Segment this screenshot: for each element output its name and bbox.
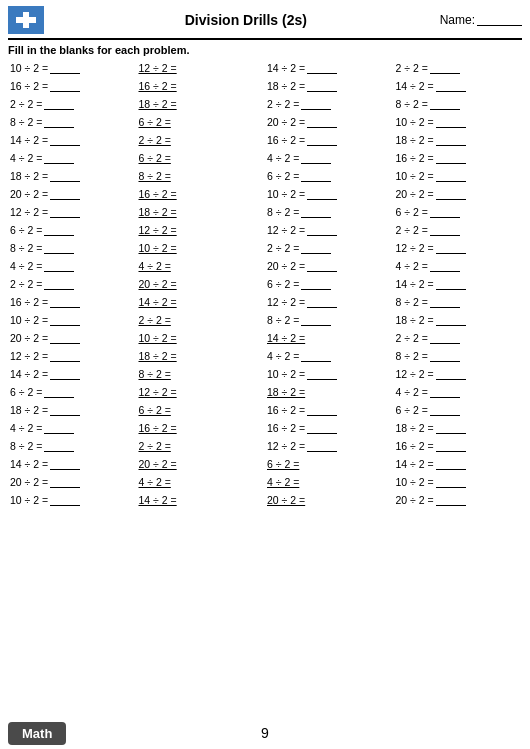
answer-blank[interactable] — [430, 98, 460, 110]
answer-blank[interactable] — [50, 494, 80, 506]
problems-grid: 10 ÷ 2 =12 ÷ 2 =14 ÷ 2 =2 ÷ 2 =16 ÷ 2 =1… — [8, 59, 522, 509]
answer-blank[interactable] — [430, 62, 460, 74]
answer-blank[interactable] — [44, 224, 74, 236]
answer-blank[interactable] — [50, 170, 80, 182]
answer-blank[interactable] — [436, 80, 466, 92]
answer-blank[interactable] — [430, 350, 460, 362]
problem-cell: 16 ÷ 2 = — [8, 293, 137, 311]
problem-cell: 16 ÷ 2 = — [137, 77, 266, 95]
answer-blank[interactable] — [436, 170, 466, 182]
problem-text: 12 ÷ 2 = — [267, 440, 305, 452]
answer-blank[interactable] — [50, 332, 80, 344]
problem-text: 14 ÷ 2 = — [267, 332, 305, 344]
answer-blank[interactable] — [50, 458, 80, 470]
problem-cell: 14 ÷ 2 = — [137, 491, 266, 509]
answer-blank[interactable] — [301, 206, 331, 218]
name-field[interactable] — [477, 14, 522, 26]
svg-rect-2 — [16, 17, 36, 23]
answer-blank[interactable] — [307, 440, 337, 452]
answer-blank[interactable] — [436, 368, 466, 380]
problem-text: 16 ÷ 2 = — [10, 296, 48, 308]
answer-blank[interactable] — [44, 152, 74, 164]
problem-cell: 8 ÷ 2 = — [8, 113, 137, 131]
answer-blank[interactable] — [307, 422, 337, 434]
answer-blank[interactable] — [301, 350, 331, 362]
problem-text: 6 ÷ 2 = — [396, 404, 428, 416]
answer-blank[interactable] — [44, 98, 74, 110]
answer-blank[interactable] — [50, 350, 80, 362]
answer-blank[interactable] — [50, 62, 80, 74]
answer-blank[interactable] — [301, 98, 331, 110]
answer-blank[interactable] — [50, 188, 80, 200]
problem-text: 4 ÷ 2 = — [267, 152, 299, 164]
problem-text: 6 ÷ 2 = — [267, 458, 299, 470]
page-number: 9 — [261, 725, 269, 741]
problem-text: 2 ÷ 2 = — [10, 98, 42, 110]
problem-cell: 4 ÷ 2 = — [265, 149, 394, 167]
answer-blank[interactable] — [307, 296, 337, 308]
answer-blank[interactable] — [436, 152, 466, 164]
answer-blank[interactable] — [436, 242, 466, 254]
answer-blank[interactable] — [50, 134, 80, 146]
answer-blank[interactable] — [436, 476, 466, 488]
answer-blank[interactable] — [430, 386, 460, 398]
answer-blank[interactable] — [430, 332, 460, 344]
problem-text: 16 ÷ 2 = — [10, 80, 48, 92]
answer-blank[interactable] — [50, 80, 80, 92]
problem-text: 10 ÷ 2 = — [267, 188, 305, 200]
answer-blank[interactable] — [436, 278, 466, 290]
answer-blank[interactable] — [50, 206, 80, 218]
answer-blank[interactable] — [436, 458, 466, 470]
answer-blank[interactable] — [430, 404, 460, 416]
problem-cell: 8 ÷ 2 = — [394, 347, 523, 365]
problem-text: 10 ÷ 2 = — [396, 476, 434, 488]
answer-blank[interactable] — [436, 494, 466, 506]
answer-blank[interactable] — [301, 152, 331, 164]
answer-blank[interactable] — [44, 278, 74, 290]
problem-cell: 10 ÷ 2 = — [394, 113, 523, 131]
answer-blank[interactable] — [301, 170, 331, 182]
answer-blank[interactable] — [430, 206, 460, 218]
answer-blank[interactable] — [436, 314, 466, 326]
answer-blank[interactable] — [50, 296, 80, 308]
answer-blank[interactable] — [50, 314, 80, 326]
answer-blank[interactable] — [50, 404, 80, 416]
answer-blank[interactable] — [44, 242, 74, 254]
answer-blank[interactable] — [307, 134, 337, 146]
problem-text: 14 ÷ 2 = — [139, 296, 177, 308]
problem-text: 20 ÷ 2 = — [267, 260, 305, 272]
answer-blank[interactable] — [436, 440, 466, 452]
answer-blank[interactable] — [430, 260, 460, 272]
answer-blank[interactable] — [307, 224, 337, 236]
answer-blank[interactable] — [50, 476, 80, 488]
answer-blank[interactable] — [307, 368, 337, 380]
answer-blank[interactable] — [301, 314, 331, 326]
problem-cell: 10 ÷ 2 = — [265, 365, 394, 383]
answer-blank[interactable] — [44, 116, 74, 128]
answer-blank[interactable] — [436, 188, 466, 200]
answer-blank[interactable] — [50, 368, 80, 380]
problem-text: 12 ÷ 2 = — [267, 224, 305, 236]
answer-blank[interactable] — [436, 116, 466, 128]
answer-blank[interactable] — [44, 422, 74, 434]
answer-blank[interactable] — [301, 242, 331, 254]
answer-blank[interactable] — [307, 260, 337, 272]
answer-blank[interactable] — [44, 260, 74, 272]
answer-blank[interactable] — [307, 188, 337, 200]
answer-blank[interactable] — [307, 404, 337, 416]
problem-text: 16 ÷ 2 = — [139, 422, 177, 434]
answer-blank[interactable] — [307, 80, 337, 92]
problem-text: 20 ÷ 2 = — [396, 494, 434, 506]
answer-blank[interactable] — [436, 134, 466, 146]
problem-text: 14 ÷ 2 = — [10, 134, 48, 146]
answer-blank[interactable] — [301, 278, 331, 290]
answer-blank[interactable] — [436, 422, 466, 434]
answer-blank[interactable] — [430, 296, 460, 308]
answer-blank[interactable] — [307, 62, 337, 74]
answer-blank[interactable] — [430, 224, 460, 236]
problem-text: 10 ÷ 2 = — [10, 494, 48, 506]
answer-blank[interactable] — [44, 440, 74, 452]
problem-cell: 10 ÷ 2 = — [8, 491, 137, 509]
answer-blank[interactable] — [44, 386, 74, 398]
answer-blank[interactable] — [307, 116, 337, 128]
